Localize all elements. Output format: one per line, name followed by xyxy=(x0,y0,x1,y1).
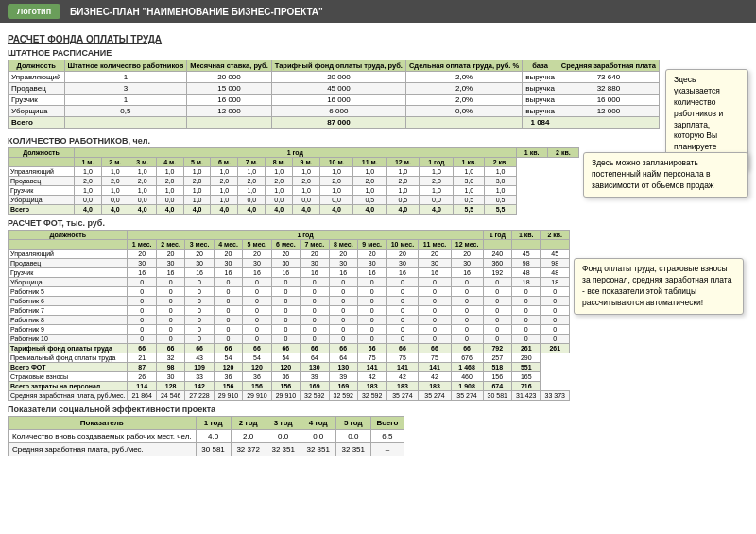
ind-col-y4: 4 год xyxy=(301,417,335,430)
fpt-m5: 5 мес. xyxy=(243,240,271,250)
col-header-staff-count: Штатное количество работников xyxy=(64,60,187,72)
fpt-yr xyxy=(483,240,511,250)
fpt-m6: 6 мес. xyxy=(271,240,300,250)
tariff-fund-row: Тарифный фонд оплаты труда66666666666666… xyxy=(9,344,570,353)
indicators-title: Показатели социальной эффективности прое… xyxy=(8,405,748,414)
table-row: Уборщица0,512 0006 0000,0%выручка12 000 xyxy=(9,106,660,117)
ind-col-indicator: Показатель xyxy=(9,417,197,430)
fpt-title: РАСЧЕТ ФОТ, тыс. руб. xyxy=(8,218,748,228)
wt-year-header: 1 год xyxy=(75,148,517,158)
tooltip-3: Фонд оплаты труда, страховые взносы за п… xyxy=(574,258,744,315)
wt-position-sub xyxy=(9,158,75,167)
fpt-q2: 2 кв. xyxy=(541,231,570,240)
fpt-m10: 10 мес. xyxy=(387,240,419,250)
top-bar: Логотип БИЗНЕС-ПЛАН "НАИМЕНОВАНИЕ БИЗНЕС… xyxy=(0,0,756,23)
table-row: Работник 6000000000000000 xyxy=(9,297,570,306)
table-row: Управляющий120 00020 0002,0%выручка73 64… xyxy=(9,72,660,83)
workers-table: Должность 1 год 1 кв. 2 кв. 1 м. 2 м. 3 … xyxy=(8,147,579,215)
table-row: Грузчик1616161616161616161616161924848 xyxy=(9,268,570,278)
wt-2kv: 2 кв. xyxy=(547,148,578,158)
fpt-m3: 3 мес. xyxy=(185,240,214,250)
top-title: БИЗНЕС-ПЛАН "НАИМЕНОВАНИЕ БИЗНЕС-ПРОЕКТА… xyxy=(70,7,323,17)
main-section-title: РАСЧЕТ ФОНДА ОПЛАТЫ ТРУДА xyxy=(8,34,748,44)
table-row: Работник 7000000000000000 xyxy=(9,306,570,316)
total-row: Всего87 0001 084 xyxy=(9,117,660,129)
ind-col-y5: 5 год xyxy=(335,417,370,430)
table-row: Продавец2,02,02,02,02,02,02,02,02,02,02,… xyxy=(9,177,579,186)
total-personnel-row: Всего затраты на персонал114128142156156… xyxy=(9,382,570,391)
ind-col-y1: 1 год xyxy=(196,417,231,430)
fpt-pos-sub xyxy=(9,240,128,250)
avg-salary-row: Средняя заработная плата, руб./мес.21 86… xyxy=(9,391,570,401)
wt-col-position: Должность xyxy=(9,148,75,158)
total-fot-row: Всего ФОТ8798109120120120130130141141141… xyxy=(9,363,570,372)
fpt-q2h xyxy=(541,240,570,250)
fpt-year-total: 1 год xyxy=(483,231,511,240)
fpt-m2: 2 мес. xyxy=(156,240,184,250)
fpt-q1: 1 кв. xyxy=(512,231,541,240)
table-row: Продавец315 00045 0002,0%выручка32 880 xyxy=(9,83,660,95)
staff-schedule-title: ШТАТНОЕ РАСПИСАНИЕ xyxy=(8,48,748,58)
fpt-m1: 1 мес. xyxy=(128,240,156,250)
table-row: Работник 5000000000000000 xyxy=(9,287,570,297)
premium-fund-row: Премиальный фонд оплаты труда21324354545… xyxy=(9,353,570,363)
table-row: Грузчик1,01,01,01,01,01,01,01,01,01,01,0… xyxy=(9,186,579,196)
col-header-monthly-rate: Месячная ставка, руб. xyxy=(187,60,271,72)
fpt-year-header: 1 год xyxy=(128,231,483,240)
wt-m12: 12 м. xyxy=(387,158,420,167)
col-header-position: Должность xyxy=(9,60,65,72)
table-row: Продавец3030303030303030303030303609898 xyxy=(9,259,570,268)
table-row: Количество вновь создаваемых рабочих мес… xyxy=(9,430,404,443)
wt-m10: 10 м. xyxy=(320,158,353,167)
wt-1kv: 1 кв. xyxy=(516,148,547,158)
col-header-piece-base: база xyxy=(523,60,558,72)
wt-m8: 8 м. xyxy=(266,158,293,167)
ind-col-y2: 2 год xyxy=(231,417,266,430)
fpt-m8: 8 мес. xyxy=(329,240,357,250)
wt-m9: 9 м. xyxy=(293,158,320,167)
tooltip-2: Здесь можно запланировать постепенный на… xyxy=(583,152,748,198)
ind-col-y3: 3 год xyxy=(266,417,301,430)
indicators-table: Показатель 1 год 2 год 3 год 4 год 5 год… xyxy=(8,416,404,456)
fpt-col-position: Должность xyxy=(9,231,128,240)
wt-m4: 4 м. xyxy=(156,158,183,167)
wt-year-total: 1 год xyxy=(420,158,454,167)
table-row: Работник 9000000000000000 xyxy=(9,325,570,335)
wt-q1: 1 кв. xyxy=(454,158,485,167)
table-row: Уборщица0,00,00,00,01,01,00,00,00,00,00,… xyxy=(9,196,579,205)
wt-m1: 1 м. xyxy=(75,158,102,167)
col-header-avg-salary: Средняя заработная плата xyxy=(558,60,659,72)
wt-m7: 7 м. xyxy=(238,158,266,167)
wt-m11: 11 м. xyxy=(353,158,387,167)
table-row: Работник 8000000000000000 xyxy=(9,316,570,325)
total-row: Всего4,04,04,04,04,04,04,04,04,04,04,04,… xyxy=(9,205,579,215)
col-header-piece-pct: Сдельная оплата труда, руб. % xyxy=(405,60,522,72)
fpt-m12: 12 мес. xyxy=(451,240,483,250)
logo-button[interactable]: Логотип xyxy=(8,4,60,19)
wt-m3: 3 м. xyxy=(129,158,156,167)
fpt-m4: 4 мес. xyxy=(214,240,242,250)
table-row: Уборщица00000000000001818 xyxy=(9,278,570,287)
ind-col-total: Всего xyxy=(370,417,404,430)
wt-m2: 2 м. xyxy=(101,158,129,167)
wt-m6: 6 м. xyxy=(211,158,238,167)
fpt-m9: 9 мес. xyxy=(357,240,386,250)
wt-m5: 5 м. xyxy=(183,158,211,167)
table-row: Грузчик116 00016 0002,0%выручка16 000 xyxy=(9,95,660,106)
fpt-m7: 7 мес. xyxy=(301,240,329,250)
fpt-table: Должность 1 год 1 год 1 кв. 2 кв. 1 мес.… xyxy=(8,230,570,401)
main-content: РАСЧЕТ ФОНДА ОПЛАТЫ ТРУДА ШТАТНОЕ РАСПИС… xyxy=(0,23,756,462)
staff-table: Должность Штатное количество работников … xyxy=(8,60,660,129)
col-header-tariff-fund: Тарифный фонд оплаты труда, руб. xyxy=(271,60,405,72)
table-row: Работник 10000000000000000 xyxy=(9,335,570,344)
table-row: Средняя заработная плата, руб./мес.30 58… xyxy=(9,443,404,456)
insurance-row: Страховые взносы263033363636393942424246… xyxy=(9,372,570,382)
workers-count-title: КОЛИЧЕСТВО РАБОТНИКОВ, чел. xyxy=(8,136,748,146)
wt-q2: 2 кв. xyxy=(485,158,516,167)
table-row: Управляющий1,01,01,01,01,01,01,01,01,01,… xyxy=(9,167,579,177)
fpt-q1h xyxy=(512,240,541,250)
table-row: Управляющий20202020202020202020202024045… xyxy=(9,250,570,259)
fpt-m11: 11 мес. xyxy=(419,240,451,250)
